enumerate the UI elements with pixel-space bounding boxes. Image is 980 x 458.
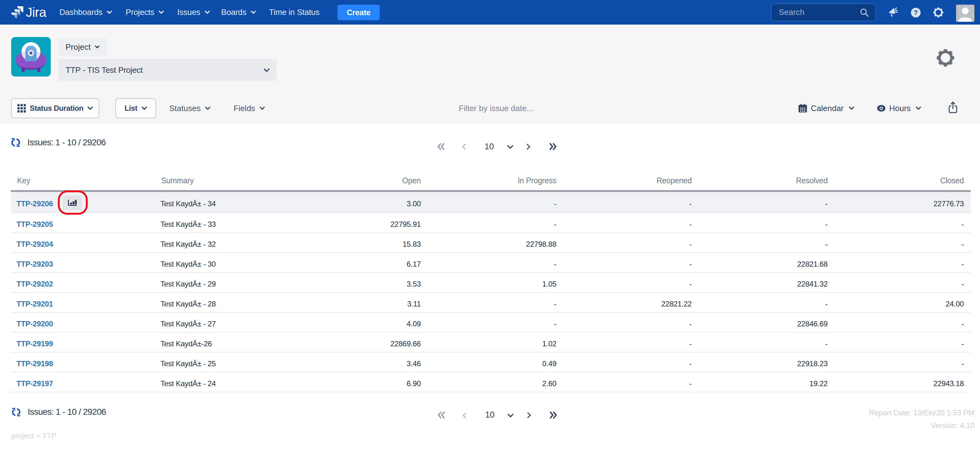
svg-text:?: ? xyxy=(914,9,918,16)
